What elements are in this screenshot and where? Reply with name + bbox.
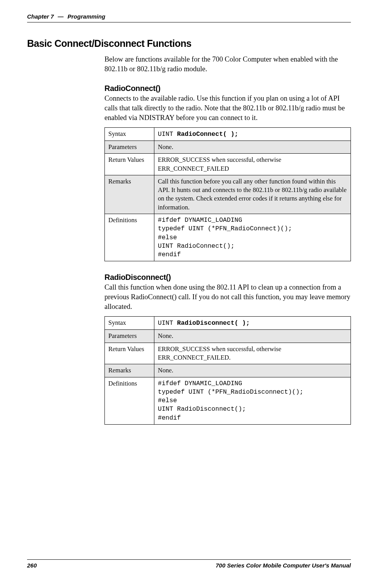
syntax-bold: RadioDisconnect( ); xyxy=(177,319,250,327)
table-row: Definitions #ifdef DYNAMIC_LOADING typed… xyxy=(105,377,351,424)
radiodisconnect-table: Syntax UINT RadioDisconnect( ); Paramete… xyxy=(104,316,351,425)
section-intro: Below are functions available for the 70… xyxy=(104,55,351,74)
page-header: Chapter 7 — Programming xyxy=(27,13,351,22)
header-dash: — xyxy=(55,13,66,20)
page-footer: 260 700 Series Color Mobile Computer Use… xyxy=(27,559,351,569)
syntax-prefix: UINT xyxy=(158,130,177,138)
radioconnect-title: RadioConnect() xyxy=(104,84,351,93)
table-row: Return Values ERROR_SUCCESS when success… xyxy=(105,343,351,364)
syntax-label: Syntax xyxy=(105,127,154,141)
syntax-bold: RadioConnect( ); xyxy=(177,130,238,138)
syntax-value: UINT RadioDisconnect( ); xyxy=(154,317,351,330)
parameters-value: None. xyxy=(154,330,351,343)
syntax-value: UINT RadioConnect( ); xyxy=(154,127,351,141)
radioconnect-table: Syntax UINT RadioConnect( ); Parameters … xyxy=(104,127,351,261)
remarks-label: Remarks xyxy=(105,175,154,214)
table-row: Remarks None. xyxy=(105,364,351,377)
page-number: 260 xyxy=(27,562,37,569)
return-value: ERROR_SUCCESS when successful, otherwise… xyxy=(154,343,351,364)
definitions-value: #ifdef DYNAMIC_LOADING typedef UINT (*PF… xyxy=(154,377,351,424)
return-label: Return Values xyxy=(105,154,154,175)
radioconnect-body: Connects to the available radio. Use thi… xyxy=(104,94,351,123)
header-left: Chapter 7 — Programming xyxy=(27,13,105,20)
table-row: Remarks Call this function before you ca… xyxy=(105,175,351,214)
return-value: ERROR_SUCCESS when successful, otherwise… xyxy=(154,154,351,175)
definitions-value: #ifdef DYNAMIC_LOADING typedef UINT (*PF… xyxy=(154,214,351,261)
section-title: Basic Connect/Disconnect Functions xyxy=(27,38,351,49)
definitions-label: Definitions xyxy=(105,214,154,261)
manual-title: 700 Series Color Mobile Computer User's … xyxy=(216,562,351,569)
syntax-prefix: UINT xyxy=(158,319,177,327)
parameters-label: Parameters xyxy=(105,330,154,343)
chapter-title: Programming xyxy=(68,13,106,20)
definitions-code: #ifdef DYNAMIC_LOADING typedef UINT (*PF… xyxy=(158,379,347,422)
syntax-label: Syntax xyxy=(105,317,154,330)
table-row: Parameters None. xyxy=(105,141,351,154)
definitions-label: Definitions xyxy=(105,377,154,424)
table-row: Definitions #ifdef DYNAMIC_LOADING typed… xyxy=(105,214,351,261)
definitions-code: #ifdef DYNAMIC_LOADING typedef UINT (*PF… xyxy=(158,216,347,259)
radiodisconnect-title: RadioDisconnect() xyxy=(104,273,351,282)
remarks-value: None. xyxy=(154,364,351,377)
radiodisconnect-body: Call this function when done using the 8… xyxy=(104,283,351,312)
table-row: Parameters None. xyxy=(105,330,351,343)
chapter-number: Chapter 7 xyxy=(27,13,54,20)
remarks-value: Call this function before you call any o… xyxy=(154,175,351,214)
table-row: Return Values ERROR_SUCCESS when success… xyxy=(105,154,351,175)
return-label: Return Values xyxy=(105,343,154,364)
table-row: Syntax UINT RadioDisconnect( ); xyxy=(105,317,351,330)
table-row: Syntax UINT RadioConnect( ); xyxy=(105,127,351,141)
parameters-label: Parameters xyxy=(105,141,154,154)
remarks-label: Remarks xyxy=(105,364,154,377)
parameters-value: None. xyxy=(154,141,351,154)
